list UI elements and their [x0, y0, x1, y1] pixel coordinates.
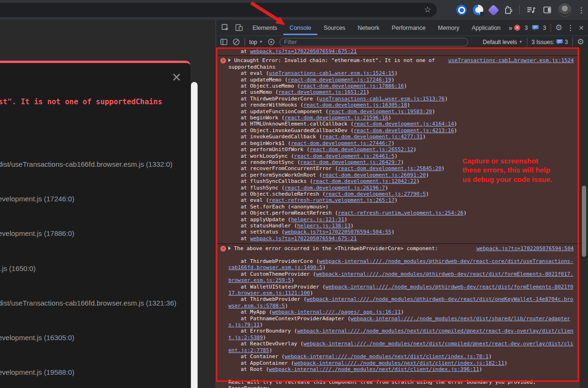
- console-link[interactable]: react-dom.development.js:12042:22: [313, 178, 416, 184]
- devtools-tab-bar: ElementsConsoleSourcesNetworkPerformance…: [216, 20, 588, 36]
- tab-memory[interactable]: Memory: [432, 21, 465, 35]
- console-link[interactable]: react-dom.development.js:26552:12: [310, 146, 414, 153]
- console-link[interactable]: react-dom.development.js:17246:19: [288, 77, 391, 83]
- console-link[interactable]: react-refresh-runtim…velopment.js:265:17: [269, 197, 395, 203]
- console-link[interactable]: react-dom.development.js:26091:20: [322, 172, 426, 178]
- console-link[interactable]: webpack-internal:///./pages/_app.js:16:1…: [272, 309, 401, 315]
- console-link[interactable]: useTransactions-cab1…wser.esm.js:1524:15: [269, 70, 395, 76]
- media-list-icon[interactable]: [526, 5, 536, 15]
- context-selector-label: top: [249, 39, 257, 45]
- console-link[interactable]: react-dom.development.js:25845:20: [338, 165, 442, 171]
- inspect-element-icon[interactable]: [221, 23, 230, 32]
- live-expression-eye-icon[interactable]: [267, 38, 275, 46]
- tab-network[interactable]: Network: [352, 21, 386, 35]
- source-location-link[interactable]: webpack.js?ts=1702205076594:504: [477, 245, 574, 252]
- device-toolbar-icon[interactable]: [235, 23, 244, 32]
- console-text: at PathnameContextProviderAdapter (: [241, 316, 351, 322]
- tab-console[interactable]: Console: [283, 21, 317, 35]
- side-panel-icon[interactable]: [543, 5, 552, 15]
- console-toolbar-right: Default levels ▼ 3 Issues: 3 ⚙: [483, 38, 584, 46]
- console-link[interactable]: helpers.js:138:13: [297, 223, 351, 229]
- console-link[interactable]: react-refresh-runtim…velopment.js:254:26: [338, 210, 463, 216]
- console-text: at invokeGuardedCallback (: [241, 134, 322, 140]
- console-text: ): [323, 264, 326, 271]
- console-link[interactable]: webpack-internal:///./node_modules/next/…: [269, 366, 479, 372]
- tab-performance[interactable]: Performance: [386, 21, 432, 35]
- console-link[interactable]: react-dom.development.js:16305:18: [303, 102, 407, 108]
- console-link[interactable]: react-dom.development.js:21596:16: [285, 115, 389, 121]
- console-text: supportedChains: [228, 64, 275, 70]
- console-sidebar-icon[interactable]: [220, 38, 228, 46]
- error-circle-icon: [220, 246, 226, 252]
- console-text: at Set.forEach (<anonymous>): [241, 204, 328, 210]
- overlay-stack-frame: evelopment.js (19588:0): [0, 368, 74, 376]
- address-bar[interactable]: ☆: [0, 3, 437, 17]
- more-tabs-chevron-icon[interactable]: »: [507, 24, 515, 32]
- console-link[interactable]: webpack-internal:///./node_modules/next/…: [285, 353, 488, 360]
- console-link[interactable]: react-dom.development.js:17886:16: [300, 83, 404, 89]
- tab-application[interactable]: Application: [465, 21, 507, 35]
- console-link[interactable]: webpack.js?ts=1702205076594:675:21: [250, 235, 357, 242]
- purple-diamond-extension-icon[interactable]: [488, 4, 499, 16]
- log-levels-selector[interactable]: Default levels ▼: [483, 39, 523, 45]
- tab-sources[interactable]: Sources: [317, 21, 352, 35]
- progress-circle-extension-icon[interactable]: [473, 5, 483, 15]
- console-link[interactable]: react-dom.development.js:26461:5: [294, 153, 395, 159]
- stack-frame-line: React will try to recreate this componen…: [228, 379, 574, 388]
- console-link[interactable]: react-dom.development.js:4164:14: [353, 121, 454, 127]
- toolbar-separator: [519, 6, 520, 14]
- stack-frame-line: at performUnitOfWork (react-dom.developm…: [228, 146, 574, 153]
- error-count-icon[interactable]: ✕: [514, 25, 520, 31]
- console-text: ): [269, 347, 272, 353]
- bookmark-star-icon[interactable]: ☆: [424, 5, 431, 15]
- extensions-puzzle-icon[interactable]: [504, 5, 513, 15]
- expand-triangle-icon[interactable]: [228, 246, 231, 250]
- console-scrollbar-thumb[interactable]: [582, 186, 586, 257]
- devtools-close-icon[interactable]: ✕: [579, 24, 584, 32]
- console-link[interactable]: react-dom.development.js:26429:7: [300, 159, 401, 165]
- filter-input[interactable]: [280, 38, 468, 46]
- browser-menu-kebab-icon[interactable]: ⋮: [578, 6, 585, 15]
- expand-triangle-icon[interactable]: [228, 58, 231, 62]
- console-text: ): [404, 83, 407, 89]
- overlay-scrollbar[interactable]: [191, 82, 198, 388]
- devtools-menu-kebab-icon[interactable]: ⋮: [567, 23, 574, 32]
- console-link[interactable]: helpers.js:121:31: [291, 217, 344, 223]
- console-link[interactable]: react.development.js:1651:21: [278, 89, 366, 95]
- issues-label: 3 Issues:: [532, 39, 554, 45]
- console-text: ): [391, 77, 395, 83]
- console-text: at AppContainer (: [241, 360, 294, 366]
- context-selector[interactable]: top ▼: [249, 39, 263, 45]
- console-link[interactable]: webpack-internal:///./node_modules/next/…: [294, 360, 505, 366]
- console-text: at renderWithHooks (: [241, 102, 303, 108]
- console-text: at MyApp (: [241, 309, 272, 315]
- console-link[interactable]: webpack.js?ts=1702205076594:675:21: [250, 48, 357, 54]
- log-levels-label: Default levels: [483, 39, 517, 45]
- console-link[interactable]: react-dom.development.js:4277:31: [322, 134, 423, 140]
- console-link[interactable]: react-dom.development.js:27790:5: [326, 191, 426, 197]
- console-link[interactable]: react-dom.development.js:4213:16: [353, 127, 454, 134]
- console-text: ): [351, 223, 354, 229]
- console-text: at Root (: [241, 366, 269, 372]
- stack-frame-line: at Root (webpack-internal:///./node_modu…: [228, 366, 574, 372]
- console-settings-gear-icon[interactable]: ⚙: [577, 38, 584, 46]
- overlay-stack-frame: evelopment.js (17886:0): [0, 229, 74, 237]
- console-scrollbar-track[interactable]: [580, 48, 588, 388]
- clear-console-icon[interactable]: [232, 38, 240, 46]
- console-link[interactable]: react-dom.development.js:19583:20: [328, 108, 432, 115]
- toolbar-separator: [244, 38, 245, 46]
- tab-elements[interactable]: Elements: [246, 21, 283, 35]
- overlay-close-icon[interactable]: ✕: [172, 72, 181, 83]
- console-link[interactable]: react-dom.development.js:27446:7: [291, 140, 391, 146]
- console-link[interactable]: webpack.js?ts=1702205076594:504:55: [285, 229, 391, 235]
- source-location-link[interactable]: useTransactions-cab1…browser.esm.js:1524: [448, 57, 574, 63]
- stack-frame-line: at invokeGuardedCallback (react-dom.deve…: [228, 134, 574, 140]
- issues-counter[interactable]: 3 Issues: 3: [532, 39, 568, 45]
- issues-bubble-icon[interactable]: [532, 25, 539, 31]
- console-link[interactable]: useTransactions-cab1…wser.esm.js:1513:76: [319, 96, 445, 102]
- blue-ring-extension-icon[interactable]: [456, 5, 467, 15]
- console-text: ): [426, 191, 429, 197]
- settings-gear-icon[interactable]: ⚙: [555, 24, 562, 32]
- profile-avatar[interactable]: [558, 3, 571, 17]
- console-link[interactable]: react-dom.development.js:26196:7: [285, 185, 385, 191]
